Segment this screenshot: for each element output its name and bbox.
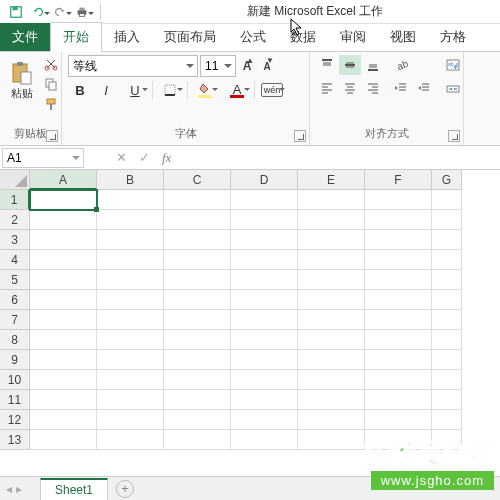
cell[interactable] bbox=[30, 410, 97, 430]
align-center-icon[interactable] bbox=[339, 78, 361, 98]
cell[interactable] bbox=[164, 330, 231, 350]
row-header[interactable]: 11 bbox=[0, 390, 30, 410]
cell[interactable] bbox=[298, 230, 365, 250]
cell[interactable] bbox=[30, 190, 97, 210]
tab-layout[interactable]: 页面布局 bbox=[152, 23, 228, 51]
cell[interactable] bbox=[97, 410, 164, 430]
underline-button[interactable]: U bbox=[120, 80, 150, 100]
align-middle-icon[interactable] bbox=[339, 55, 361, 75]
cell[interactable] bbox=[164, 310, 231, 330]
cell[interactable] bbox=[298, 290, 365, 310]
cell[interactable] bbox=[231, 310, 298, 330]
cell[interactable] bbox=[164, 210, 231, 230]
italic-button[interactable]: I bbox=[94, 80, 118, 100]
cell[interactable] bbox=[30, 370, 97, 390]
cell[interactable] bbox=[432, 210, 462, 230]
cell[interactable] bbox=[432, 370, 462, 390]
tab-view[interactable]: 视图 bbox=[378, 23, 428, 51]
cell[interactable] bbox=[365, 250, 432, 270]
cell[interactable] bbox=[164, 350, 231, 370]
align-launcher[interactable] bbox=[448, 130, 460, 142]
phonetic-button[interactable]: wén bbox=[257, 80, 287, 100]
cell[interactable] bbox=[30, 250, 97, 270]
row-header[interactable]: 1 bbox=[0, 190, 30, 210]
undo-icon[interactable] bbox=[28, 2, 48, 22]
row-header[interactable]: 8 bbox=[0, 330, 30, 350]
cell[interactable] bbox=[97, 330, 164, 350]
cell[interactable] bbox=[97, 270, 164, 290]
cell[interactable] bbox=[298, 310, 365, 330]
cell[interactable] bbox=[231, 290, 298, 310]
merge-center-icon[interactable] bbox=[443, 79, 463, 99]
spreadsheet-grid[interactable]: A B C D E F G 12345678910111213 bbox=[0, 170, 500, 450]
cell[interactable] bbox=[97, 430, 164, 450]
border-button[interactable] bbox=[155, 80, 185, 100]
cell[interactable] bbox=[30, 310, 97, 330]
cell[interactable] bbox=[365, 350, 432, 370]
col-header[interactable]: E bbox=[298, 170, 365, 190]
printer-icon[interactable] bbox=[72, 2, 92, 22]
cell[interactable] bbox=[97, 290, 164, 310]
cut-icon[interactable] bbox=[42, 55, 60, 73]
cell[interactable] bbox=[30, 350, 97, 370]
align-right-icon[interactable] bbox=[362, 78, 384, 98]
cell[interactable] bbox=[298, 250, 365, 270]
cell[interactable] bbox=[365, 410, 432, 430]
sheet-tab[interactable]: Sheet1 bbox=[40, 478, 108, 500]
tab-formulas[interactable]: 公式 bbox=[228, 23, 278, 51]
cell[interactable] bbox=[30, 230, 97, 250]
bold-button[interactable]: B bbox=[68, 80, 92, 100]
cell[interactable] bbox=[164, 250, 231, 270]
cell[interactable] bbox=[30, 290, 97, 310]
cell[interactable] bbox=[432, 230, 462, 250]
format-painter-icon[interactable] bbox=[42, 95, 60, 113]
row-header[interactable]: 2 bbox=[0, 210, 30, 230]
fill-color-button[interactable] bbox=[190, 80, 220, 100]
align-bottom-icon[interactable] bbox=[362, 55, 384, 75]
cell[interactable] bbox=[231, 390, 298, 410]
col-header[interactable]: F bbox=[365, 170, 432, 190]
cell[interactable] bbox=[97, 250, 164, 270]
row-header[interactable]: 13 bbox=[0, 430, 30, 450]
cell[interactable] bbox=[97, 230, 164, 250]
cell[interactable] bbox=[231, 370, 298, 390]
align-top-icon[interactable] bbox=[316, 55, 338, 75]
orientation-icon[interactable]: ab bbox=[390, 55, 412, 75]
cell[interactable] bbox=[30, 390, 97, 410]
indent-increase-icon[interactable] bbox=[413, 78, 435, 98]
row-header[interactable]: 4 bbox=[0, 250, 30, 270]
col-header[interactable]: C bbox=[164, 170, 231, 190]
cell[interactable] bbox=[231, 270, 298, 290]
row-header[interactable]: 6 bbox=[0, 290, 30, 310]
row-header[interactable]: 5 bbox=[0, 270, 30, 290]
cell[interactable] bbox=[231, 430, 298, 450]
tab-home[interactable]: 开始 bbox=[50, 22, 102, 52]
cell[interactable] bbox=[365, 190, 432, 210]
clipboard-launcher[interactable] bbox=[46, 130, 58, 142]
cell[interactable] bbox=[97, 370, 164, 390]
font-size-select[interactable]: 11 bbox=[200, 55, 236, 77]
cell[interactable] bbox=[30, 430, 97, 450]
fx-icon[interactable]: fx bbox=[162, 150, 171, 166]
wrap-text-icon[interactable]: ab bbox=[443, 55, 463, 75]
indent-decrease-icon[interactable] bbox=[390, 78, 412, 98]
cell[interactable] bbox=[432, 290, 462, 310]
cell[interactable] bbox=[97, 310, 164, 330]
cell[interactable] bbox=[432, 410, 462, 430]
cell[interactable] bbox=[164, 270, 231, 290]
row-header[interactable]: 3 bbox=[0, 230, 30, 250]
cell[interactable] bbox=[231, 330, 298, 350]
cell[interactable] bbox=[164, 430, 231, 450]
cell[interactable] bbox=[164, 290, 231, 310]
cell[interactable] bbox=[298, 350, 365, 370]
cell[interactable] bbox=[231, 210, 298, 230]
cell[interactable] bbox=[231, 250, 298, 270]
cell[interactable] bbox=[432, 190, 462, 210]
cell[interactable] bbox=[164, 370, 231, 390]
cell[interactable] bbox=[365, 230, 432, 250]
row-header[interactable]: 9 bbox=[0, 350, 30, 370]
cell[interactable] bbox=[432, 330, 462, 350]
decrease-font-icon[interactable]: A▼ bbox=[258, 56, 276, 76]
col-header[interactable]: D bbox=[231, 170, 298, 190]
row-header[interactable]: 12 bbox=[0, 410, 30, 430]
